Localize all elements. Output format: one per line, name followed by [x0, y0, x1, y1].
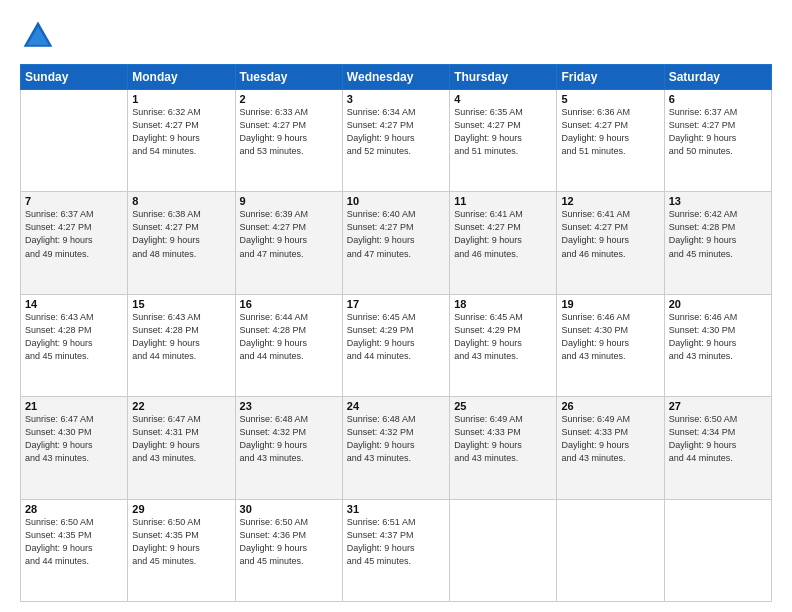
day-info: Sunrise: 6:33 AMSunset: 4:27 PMDaylight:… — [240, 106, 338, 158]
calendar-table: SundayMondayTuesdayWednesdayThursdayFrid… — [20, 64, 772, 602]
daylight-text: Daylight: 9 hours — [347, 440, 415, 450]
daylight-text: Daylight: 9 hours — [561, 338, 629, 348]
calendar-cell: 22Sunrise: 6:47 AMSunset: 4:31 PMDayligh… — [128, 397, 235, 499]
sunrise-text: Sunrise: 6:41 AM — [454, 209, 523, 219]
sunrise-text: Sunrise: 6:50 AM — [132, 517, 201, 527]
sunrise-text: Sunrise: 6:44 AM — [240, 312, 309, 322]
daylight-text-2: and 43 minutes. — [561, 351, 625, 361]
sunset-text: Sunset: 4:28 PM — [132, 325, 199, 335]
daylight-text-2: and 49 minutes. — [25, 249, 89, 259]
day-info: Sunrise: 6:40 AMSunset: 4:27 PMDaylight:… — [347, 208, 445, 260]
sunset-text: Sunset: 4:27 PM — [25, 222, 92, 232]
sunset-text: Sunset: 4:32 PM — [240, 427, 307, 437]
calendar-cell: 20Sunrise: 6:46 AMSunset: 4:30 PMDayligh… — [664, 294, 771, 396]
calendar-cell: 21Sunrise: 6:47 AMSunset: 4:30 PMDayligh… — [21, 397, 128, 499]
day-info: Sunrise: 6:36 AMSunset: 4:27 PMDaylight:… — [561, 106, 659, 158]
week-row-0: 1Sunrise: 6:32 AMSunset: 4:27 PMDaylight… — [21, 90, 772, 192]
day-info: Sunrise: 6:41 AMSunset: 4:27 PMDaylight:… — [454, 208, 552, 260]
daylight-text: Daylight: 9 hours — [669, 235, 737, 245]
daylight-text-2: and 47 minutes. — [347, 249, 411, 259]
sunset-text: Sunset: 4:27 PM — [561, 222, 628, 232]
sunset-text: Sunset: 4:34 PM — [669, 427, 736, 437]
calendar-cell: 4Sunrise: 6:35 AMSunset: 4:27 PMDaylight… — [450, 90, 557, 192]
calendar-cell: 2Sunrise: 6:33 AMSunset: 4:27 PMDaylight… — [235, 90, 342, 192]
sunrise-text: Sunrise: 6:37 AM — [669, 107, 738, 117]
day-number: 9 — [240, 195, 338, 207]
daylight-text-2: and 51 minutes. — [454, 146, 518, 156]
daylight-text: Daylight: 9 hours — [25, 543, 93, 553]
day-info: Sunrise: 6:38 AMSunset: 4:27 PMDaylight:… — [132, 208, 230, 260]
calendar-cell: 11Sunrise: 6:41 AMSunset: 4:27 PMDayligh… — [450, 192, 557, 294]
sunset-text: Sunset: 4:33 PM — [454, 427, 521, 437]
daylight-text-2: and 44 minutes. — [347, 351, 411, 361]
day-info: Sunrise: 6:50 AMSunset: 4:34 PMDaylight:… — [669, 413, 767, 465]
day-number: 14 — [25, 298, 123, 310]
sunset-text: Sunset: 4:37 PM — [347, 530, 414, 540]
sunset-text: Sunset: 4:27 PM — [454, 120, 521, 130]
sunset-text: Sunset: 4:32 PM — [347, 427, 414, 437]
day-number: 1 — [132, 93, 230, 105]
sunrise-text: Sunrise: 6:37 AM — [25, 209, 94, 219]
sunrise-text: Sunrise: 6:48 AM — [240, 414, 309, 424]
daylight-text-2: and 44 minutes. — [132, 351, 196, 361]
weekday-header-monday: Monday — [128, 65, 235, 90]
sunset-text: Sunset: 4:35 PM — [132, 530, 199, 540]
sunrise-text: Sunrise: 6:33 AM — [240, 107, 309, 117]
week-row-3: 21Sunrise: 6:47 AMSunset: 4:30 PMDayligh… — [21, 397, 772, 499]
day-number: 21 — [25, 400, 123, 412]
day-number: 6 — [669, 93, 767, 105]
sunset-text: Sunset: 4:27 PM — [347, 222, 414, 232]
day-number: 8 — [132, 195, 230, 207]
sunset-text: Sunset: 4:28 PM — [240, 325, 307, 335]
sunset-text: Sunset: 4:30 PM — [25, 427, 92, 437]
day-info: Sunrise: 6:49 AMSunset: 4:33 PMDaylight:… — [454, 413, 552, 465]
sunrise-text: Sunrise: 6:47 AM — [132, 414, 201, 424]
daylight-text-2: and 43 minutes. — [25, 453, 89, 463]
daylight-text: Daylight: 9 hours — [25, 235, 93, 245]
daylight-text: Daylight: 9 hours — [132, 133, 200, 143]
daylight-text-2: and 54 minutes. — [132, 146, 196, 156]
day-number: 19 — [561, 298, 659, 310]
day-info: Sunrise: 6:50 AMSunset: 4:35 PMDaylight:… — [132, 516, 230, 568]
sunset-text: Sunset: 4:30 PM — [669, 325, 736, 335]
weekday-header-wednesday: Wednesday — [342, 65, 449, 90]
daylight-text-2: and 44 minutes. — [25, 556, 89, 566]
calendar-cell: 12Sunrise: 6:41 AMSunset: 4:27 PMDayligh… — [557, 192, 664, 294]
daylight-text-2: and 51 minutes. — [561, 146, 625, 156]
calendar-cell: 23Sunrise: 6:48 AMSunset: 4:32 PMDayligh… — [235, 397, 342, 499]
daylight-text-2: and 47 minutes. — [240, 249, 304, 259]
sunrise-text: Sunrise: 6:39 AM — [240, 209, 309, 219]
day-number: 29 — [132, 503, 230, 515]
day-info: Sunrise: 6:45 AMSunset: 4:29 PMDaylight:… — [347, 311, 445, 363]
calendar-cell: 17Sunrise: 6:45 AMSunset: 4:29 PMDayligh… — [342, 294, 449, 396]
day-number: 2 — [240, 93, 338, 105]
daylight-text: Daylight: 9 hours — [132, 235, 200, 245]
daylight-text-2: and 43 minutes. — [454, 453, 518, 463]
calendar-cell: 8Sunrise: 6:38 AMSunset: 4:27 PMDaylight… — [128, 192, 235, 294]
daylight-text: Daylight: 9 hours — [25, 338, 93, 348]
sunset-text: Sunset: 4:27 PM — [240, 120, 307, 130]
day-number: 16 — [240, 298, 338, 310]
daylight-text: Daylight: 9 hours — [240, 543, 308, 553]
calendar-cell: 14Sunrise: 6:43 AMSunset: 4:28 PMDayligh… — [21, 294, 128, 396]
daylight-text: Daylight: 9 hours — [240, 235, 308, 245]
daylight-text: Daylight: 9 hours — [132, 440, 200, 450]
day-number: 18 — [454, 298, 552, 310]
day-number: 20 — [669, 298, 767, 310]
daylight-text-2: and 43 minutes. — [561, 453, 625, 463]
daylight-text-2: and 45 minutes. — [132, 556, 196, 566]
header — [20, 18, 772, 54]
daylight-text-2: and 44 minutes. — [669, 453, 733, 463]
daylight-text: Daylight: 9 hours — [25, 440, 93, 450]
daylight-text: Daylight: 9 hours — [132, 338, 200, 348]
daylight-text-2: and 45 minutes. — [240, 556, 304, 566]
sunrise-text: Sunrise: 6:45 AM — [454, 312, 523, 322]
daylight-text: Daylight: 9 hours — [454, 235, 522, 245]
day-info: Sunrise: 6:39 AMSunset: 4:27 PMDaylight:… — [240, 208, 338, 260]
day-number: 15 — [132, 298, 230, 310]
day-number: 24 — [347, 400, 445, 412]
day-number: 23 — [240, 400, 338, 412]
sunrise-text: Sunrise: 6:50 AM — [669, 414, 738, 424]
sunset-text: Sunset: 4:27 PM — [347, 120, 414, 130]
sunset-text: Sunset: 4:28 PM — [669, 222, 736, 232]
